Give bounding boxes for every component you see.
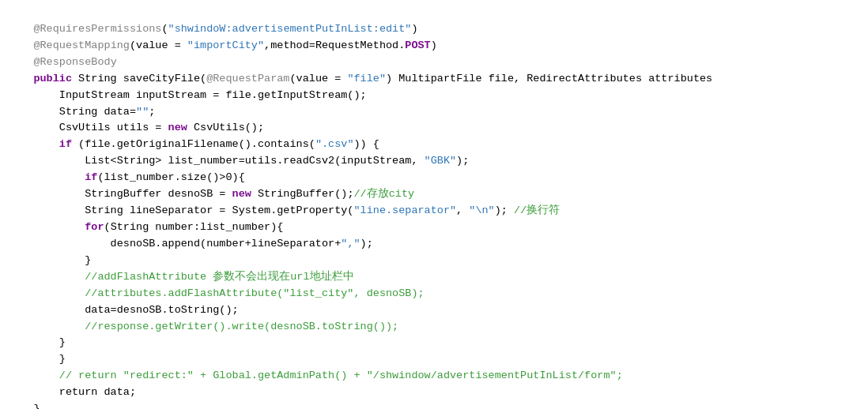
- code-token: );: [360, 238, 373, 250]
- code-token: (value =: [289, 73, 347, 84]
- code-container: @RequiresPermissions("shwindoW:advertise…: [8, 5, 860, 409]
- code-token: StringBuffer();: [251, 188, 354, 200]
- code-token: String data=: [8, 106, 136, 118]
- code-line: @ResponseBody: [8, 54, 860, 71]
- code-line: if(list_number.size()>0){: [8, 170, 860, 186]
- code-token: InputStream inputStream = file.getInputS…: [8, 89, 367, 101]
- code-token: (list_number.size()>0){: [97, 171, 244, 183]
- code-line: }: [8, 401, 860, 409]
- code-token: if: [59, 138, 72, 150]
- code-token: List<String> list_number=utils.readCsv2(…: [8, 155, 425, 167]
- code-line: @RequestMapping(value = "importCity",met…: [8, 38, 860, 54]
- code-token: StringBuffer desnoSB =: [8, 188, 232, 200]
- code-token: )) {: [353, 138, 379, 150]
- code-token: ".csv": [315, 138, 354, 150]
- code-token: ) MultipartFile file, RedirectAttributes…: [386, 73, 712, 84]
- code-token: //换行符: [514, 204, 560, 216]
- code-token: }: [8, 353, 66, 365]
- code-token: "importCity": [187, 39, 264, 51]
- code-line: }: [8, 351, 860, 368]
- code-token: ;: [149, 106, 155, 118]
- code-line: desnoSB.append(number+lineSeparator+",")…: [8, 236, 860, 253]
- code-token: RequestMapping: [40, 39, 130, 51]
- code-line: String lineSeparator = System.getPropert…: [8, 203, 860, 220]
- code-token: desnoSB.append(number+lineSeparator+: [8, 238, 341, 250]
- code-token: // return "redirect:" + Global.getAdminP…: [59, 370, 623, 381]
- code-line: @RequiresPermissions("shwindoW:advertise…: [8, 21, 860, 38]
- code-token: @RequestParam: [206, 73, 289, 84]
- code-token: [8, 370, 59, 381]
- code-token: (String number:list_number){: [104, 221, 284, 233]
- code-line: InputStream inputStream = file.getInputS…: [8, 88, 860, 104]
- code-line: return data;: [8, 385, 860, 401]
- code-token: ,method=RequestMethod.: [264, 39, 405, 51]
- code-token: "line.separator": [353, 204, 456, 216]
- code-token: data=desnoSB.toString();: [8, 304, 239, 316]
- code-line: for(String number:list_number){: [8, 220, 860, 236]
- code-token: }: [8, 254, 91, 266]
- code-token: [8, 271, 85, 283]
- code-token: );: [495, 204, 514, 216]
- code-token: ResponseBody: [40, 56, 117, 68]
- code-token: public: [33, 73, 72, 84]
- code-token: (file.getOriginalFilename().contains(: [72, 138, 315, 150]
- code-token: [8, 287, 85, 299]
- code-line: String data="";: [8, 104, 860, 121]
- code-token: RequiresPermissions: [40, 23, 162, 35]
- code-token: CsvUtils utils =: [8, 122, 168, 133]
- code-token: [8, 138, 59, 150]
- code-token: [8, 221, 85, 233]
- code-token: String saveCityFile(: [72, 73, 206, 84]
- code-token: String lineSeparator = System.getPropert…: [8, 204, 353, 216]
- code-token: "": [136, 106, 149, 118]
- code-token: @: [8, 23, 40, 35]
- code-line: //attributes.addFlashAttribute("list_cit…: [8, 286, 860, 302]
- code-line: //addFlashAttribute 参数不会出现在url地址栏中: [8, 269, 860, 286]
- code-line: if (file.getOriginalFilename().contains(…: [8, 137, 860, 153]
- code-token: [8, 73, 33, 84]
- code-token: //attributes.addFlashAttribute("list_cit…: [85, 287, 424, 299]
- code-token: if: [85, 171, 97, 183]
- code-token: CsvUtils();: [187, 122, 264, 133]
- code-token: "\n": [469, 204, 494, 216]
- code-line: // return "redirect:" + Global.getAdminP…: [8, 368, 860, 385]
- code-token: (value =: [130, 39, 187, 51]
- code-token: //存放city: [353, 188, 414, 200]
- code-token: [8, 171, 85, 183]
- code-token: //response.getWriter().write(desnoSB.toS…: [85, 321, 398, 332]
- code-line: StringBuffer desnoSB = new StringBuffer(…: [8, 186, 860, 203]
- code-token: );: [456, 155, 469, 167]
- code-token: "GBK": [425, 155, 457, 167]
- code-token: ): [411, 23, 417, 35]
- code-line: public String saveCityFile(@RequestParam…: [8, 71, 860, 88]
- code-token: POST: [405, 39, 430, 51]
- code-token: //addFlashAttribute 参数不会出现在url地址栏中: [85, 271, 353, 283]
- code-token: }: [8, 336, 66, 348]
- code-line: data=desnoSB.toString();: [8, 302, 860, 319]
- code-line: }: [8, 253, 860, 269]
- code-token: ): [431, 39, 437, 51]
- code-token: (: [161, 23, 168, 35]
- code-line: }: [8, 335, 860, 351]
- code-token: "shwindoW:advertisementPutInList:edit": [168, 23, 412, 35]
- code-token: new: [168, 122, 187, 133]
- code-line: //response.getWriter().write(desnoSB.toS…: [8, 319, 860, 336]
- code-line: List<String> list_number=utils.readCsv2(…: [8, 153, 860, 170]
- code-token: @: [8, 39, 40, 51]
- code-line: CsvUtils utils = new CsvUtils();: [8, 120, 860, 137]
- code-token: }: [8, 403, 40, 409]
- code-token: new: [232, 188, 251, 200]
- code-token: "file": [347, 73, 386, 84]
- code-token: for: [85, 221, 104, 233]
- code-token: ,: [456, 204, 469, 216]
- code-token: [8, 321, 85, 332]
- code-token: return data;: [8, 386, 136, 398]
- code-token: ",": [341, 238, 360, 250]
- code-token: @: [8, 56, 40, 68]
